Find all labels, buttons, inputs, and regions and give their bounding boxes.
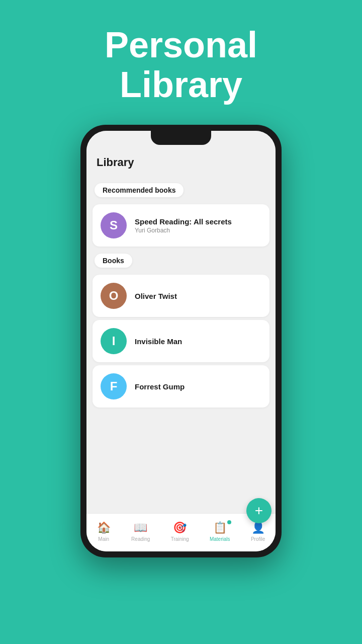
screen-title: Library (97, 156, 265, 169)
nav-item-main[interactable]: 🏠 Main (97, 521, 111, 542)
book-card-speed-reading[interactable]: S Speed Reading: All secrets Yuri Gorbac… (93, 204, 269, 247)
recommended-label: Recommended books (95, 183, 184, 197)
book-title-forrest-gump: Forrest Gump (135, 382, 185, 391)
home-icon: 🏠 (97, 521, 111, 534)
book-info-oliver-twist: Oliver Twist (135, 292, 177, 300)
book-avatar-f: F (101, 373, 127, 399)
nav-label-profile: Profile (251, 536, 265, 542)
books-section-header: Books (86, 250, 276, 272)
phone-frame: Library Recommended books S Speed Readin… (80, 125, 282, 557)
reading-icon: 📖 (134, 521, 147, 534)
nav-label-training: Training (171, 536, 189, 542)
book-avatar-o: O (101, 283, 127, 309)
book-card-oliver-twist[interactable]: O Oliver Twist (93, 275, 269, 317)
hero-line1: Personal (105, 25, 257, 65)
book-info-speed-reading: Speed Reading: All secrets Yuri Gorbach (135, 217, 232, 234)
hero-section: Personal Library (105, 0, 257, 105)
book-title-invisible-man: Invisible Man (135, 337, 182, 346)
nav-label-reading: Reading (131, 536, 150, 542)
book-title-oliver-twist: Oliver Twist (135, 292, 177, 300)
materials-badge (227, 520, 231, 524)
books-label: Books (95, 254, 132, 268)
materials-icon: 📋 (213, 521, 227, 534)
recommended-section-header: Recommended books (86, 179, 276, 201)
screen-content: Recommended books S Speed Reading: All s… (86, 174, 276, 513)
hero-line2: Library (105, 65, 257, 105)
nav-label-materials: Materials (210, 536, 230, 542)
profile-icon: 👤 (251, 521, 265, 534)
book-info-forrest-gump: Forrest Gump (135, 382, 185, 391)
nav-item-profile[interactable]: 👤 Profile (251, 521, 265, 542)
bottom-nav: 🏠 Main 📖 Reading 🎯 Training 📋 Materials … (86, 513, 276, 551)
book-card-forrest-gump[interactable]: F Forrest Gump (93, 365, 269, 408)
book-avatar-i: I (101, 328, 127, 354)
phone-screen: Library Recommended books S Speed Readin… (86, 131, 276, 551)
training-icon: 🎯 (173, 521, 187, 534)
phone-notch (151, 131, 211, 145)
nav-item-training[interactable]: 🎯 Training (171, 521, 189, 542)
book-card-invisible-man[interactable]: I Invisible Man (93, 320, 269, 362)
book-author-speed-reading: Yuri Gorbach (135, 227, 232, 234)
book-info-invisible-man: Invisible Man (135, 337, 182, 346)
nav-label-main: Main (98, 536, 109, 542)
book-title-speed-reading: Speed Reading: All secrets (135, 217, 232, 226)
nav-item-materials[interactable]: 📋 Materials (210, 521, 230, 542)
book-avatar-s: S (101, 212, 127, 238)
nav-item-reading[interactable]: 📖 Reading (131, 521, 150, 542)
